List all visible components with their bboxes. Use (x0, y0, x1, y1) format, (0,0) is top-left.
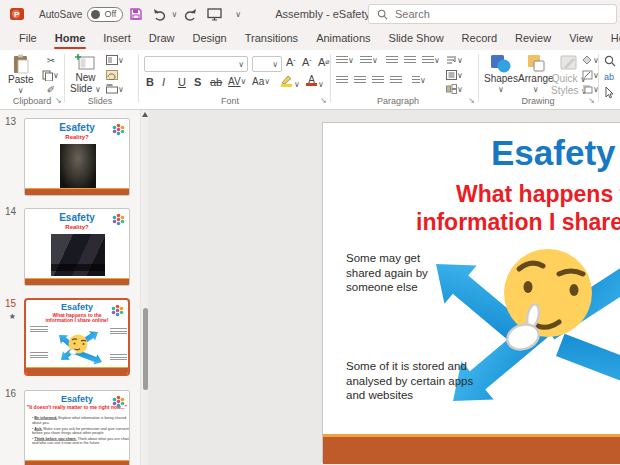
tab-draw[interactable]: Draw (140, 28, 184, 50)
arrange-button[interactable]: Arrange ∨ (518, 54, 554, 95)
align-right-button[interactable] (372, 76, 384, 85)
quick-styles-label-1: Quick ∨ (552, 73, 586, 85)
change-case-button[interactable]: Aa∨ (252, 76, 270, 87)
justify-button[interactable] (390, 76, 402, 85)
replace-button[interactable]: ab (604, 72, 614, 82)
thumb14-caption-strip (51, 264, 105, 271)
find-button[interactable] (604, 55, 616, 67)
drawing-dialog-launcher-icon[interactable]: ↘ (588, 96, 595, 105)
bullets-button[interactable]: ∨ (336, 56, 354, 65)
character-spacing-button[interactable]: AV∨ (228, 76, 246, 87)
slide-title-text[interactable]: Esafety (491, 133, 616, 173)
columns-button[interactable]: ∨ (412, 76, 426, 85)
grow-font-button[interactable]: Aˆ (286, 56, 296, 68)
numbering-button[interactable]: ∨ (360, 56, 378, 65)
bold-button[interactable]: B (146, 76, 154, 88)
slide-15-thumbnail-selected[interactable]: Esafety What happens to theinformation I… (24, 298, 130, 376)
italic-button[interactable]: I (162, 76, 165, 88)
text-direction-button[interactable]: ∨ (446, 55, 463, 65)
slide-13-thumbnail[interactable]: Esafety Reality? (24, 118, 130, 196)
tab-animations[interactable]: Animations (307, 28, 379, 50)
tab-view[interactable]: View (560, 28, 602, 50)
tab-design[interactable]: Design (183, 28, 235, 50)
font-name-combo[interactable]: ∨ (144, 56, 248, 72)
thumb14-photo (51, 234, 105, 276)
slide-canvas[interactable]: Esafety What happens to the information … (322, 122, 620, 463)
slide-textblock-2[interactable]: Some of it is stored andanalysed by cert… (346, 359, 473, 403)
shadow-button[interactable]: S (194, 76, 201, 88)
font-color-button[interactable]: A (306, 75, 317, 86)
shapes-button[interactable]: Shapes ∨ (484, 54, 518, 95)
select-cursor-icon (604, 87, 614, 99)
shape-outline-button[interactable]: ∨ (582, 70, 599, 80)
shape-fill-icon (582, 55, 593, 65)
slide-textblock-1[interactable]: Some may getshared again bysomeone else (346, 251, 428, 295)
clear-formatting-button[interactable]: A⌀ (318, 56, 330, 68)
undo-dropdown-icon[interactable]: ∨ (171, 10, 177, 19)
underline-button[interactable]: U (178, 76, 186, 88)
undo-button[interactable] (149, 3, 171, 25)
increase-indent-button[interactable] (404, 56, 416, 65)
convert-smartart-button[interactable]: ∨ (446, 84, 463, 94)
fontcolor-dropdown-icon[interactable]: ∨ (318, 80, 324, 89)
align-left-button[interactable] (336, 76, 348, 85)
shrink-font-button[interactable]: Aˇ (302, 56, 312, 68)
thumb16-bullet-1: • Be informed. Explore what information … (32, 416, 130, 425)
thumb16-bullet-2: • Ask. Make sure you ask for permission … (32, 426, 130, 435)
redo-button[interactable] (179, 3, 201, 25)
select-button[interactable] (604, 87, 614, 99)
clipboard-dialog-launcher-icon[interactable]: ↘ (55, 96, 62, 105)
slide-heading-line1[interactable]: What happens to the (456, 181, 620, 208)
search-placeholder: Search (395, 8, 430, 20)
tab-record[interactable]: Record (453, 28, 506, 50)
shape-fill-button[interactable]: ∨ (582, 55, 599, 65)
quick-access-overflow-icon[interactable]: ∨ (227, 3, 249, 25)
tab-transitions[interactable]: Transitions (236, 28, 307, 50)
reset-slide-button[interactable] (106, 70, 118, 80)
tab-review[interactable]: Review (506, 28, 560, 50)
thumb16-bullet-3: • Think before you share. Think about wh… (32, 437, 130, 446)
start-slideshow-button[interactable] (203, 3, 225, 25)
save-button[interactable] (125, 3, 147, 25)
thumbnail-scrollbar[interactable] (140, 110, 148, 465)
paragraph-dialog-launcher-icon[interactable]: ↘ (468, 96, 475, 105)
slide-14-thumbnail[interactable]: Esafety Reality? (24, 208, 130, 286)
copy-button[interactable]: ∨ (42, 70, 59, 81)
new-slide-label-2: Slide ∨ (70, 83, 101, 95)
slide-16-thumbnail[interactable]: Esafety "It doesn't really matter to me … (24, 390, 130, 465)
copy-icon (42, 70, 53, 81)
tab-help[interactable]: Help (602, 28, 620, 50)
title-bar: P AutoSave Off ∨ ∨ Assembly - eSafety • … (0, 0, 620, 28)
paragraph-group-label: Paragraph (366, 96, 430, 106)
font-size-combo[interactable]: ∨ (252, 56, 282, 72)
search-input[interactable]: Search (368, 4, 617, 24)
toggle-knob-icon (91, 10, 100, 19)
drawing-group-label: Drawing (508, 96, 568, 106)
font-dialog-launcher-icon[interactable]: ↘ (320, 96, 327, 105)
highlight-color-button[interactable] (280, 75, 292, 87)
shape-effects-button[interactable]: ∨ (582, 84, 599, 94)
slide-layout-button[interactable]: ∨ (106, 55, 124, 65)
autosave-control[interactable]: AutoSave Off (39, 7, 123, 22)
format-painter-button[interactable]: ✐ (44, 84, 58, 95)
tab-insert[interactable]: Insert (94, 28, 140, 50)
tab-home[interactable]: Home (46, 28, 95, 50)
section-button[interactable]: ∨ (106, 84, 124, 94)
line-spacing-button[interactable]: ∨ (422, 56, 440, 65)
ribbon-tabs: File Home Insert Draw Design Transitions… (0, 28, 620, 50)
autosave-toggle[interactable]: Off (87, 7, 123, 22)
paste-button[interactable]: Paste ∨ (8, 54, 34, 96)
scrollbar-thumb[interactable] (143, 308, 148, 390)
svg-text:P: P (14, 10, 20, 19)
align-text-button[interactable]: ∨ (446, 70, 463, 80)
paste-clipboard-icon (12, 54, 30, 74)
cut-button[interactable]: ✂ (44, 55, 58, 66)
align-center-button[interactable] (354, 76, 366, 85)
tab-slideshow[interactable]: Slide Show (380, 28, 453, 50)
highlight-dropdown-icon[interactable]: ∨ (294, 80, 300, 89)
new-slide-button[interactable]: New Slide ∨ (70, 54, 101, 95)
decrease-indent-button[interactable] (386, 56, 398, 65)
tab-file[interactable]: File (10, 28, 46, 50)
slide-heading-line2[interactable]: information I share online! (416, 209, 620, 236)
strikethrough-button[interactable]: ab (210, 76, 222, 88)
